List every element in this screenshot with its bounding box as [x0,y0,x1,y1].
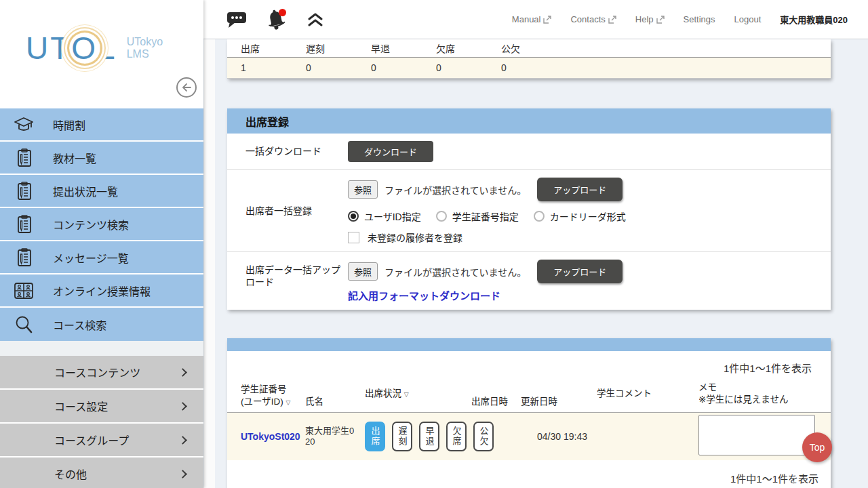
download-button[interactable]: ダウンロード [348,141,433,162]
student-id-link[interactable]: UTokyoSt020 [241,431,300,442]
sidebar-item-course-settings[interactable]: コース設定 [0,390,203,424]
sidebar-menu: 時間割 教材一覧 [0,108,203,341]
summary-col-early-leave: 早退 [371,41,436,55]
radio-label: ユーザID指定 [364,209,421,223]
settings-link-label: Settings [684,14,715,24]
logo-o-letter: O [71,30,98,66]
contacts-link[interactable]: Contacts [570,14,616,24]
radio-label: 学生証番号指定 [452,209,519,223]
sidebar-item-online-class-info[interactable]: オンライン授業情報 [0,274,203,308]
sidebar-item-others[interactable]: その他 [0,458,203,488]
attendance-data-upload-row: 出席データ一括アップロード 参照 ファイルが選択されていません。 アップロード … [227,252,831,310]
column-header-student-id[interactable]: 学生証番号 (ユーザID) ▽ [241,384,305,408]
browse-file-button[interactable]: 参照 [348,262,378,281]
bulk-download-row: 一括ダウンロード ダウンロード [227,134,831,170]
checkbox-icon[interactable] [348,232,359,243]
sidebar-item-label: オンライン授業情報 [53,283,151,299]
status-early-leave-button[interactable]: 早退 [419,422,439,451]
sidebar-item-messages[interactable]: メッセージ一覧 [0,241,203,274]
sidebar-item-submission-status[interactable]: 提出状況一覧 [0,175,203,208]
top-bar: Manual Contacts Help Settings [203,0,868,39]
column-header-attend-time: 出席日時 [471,396,521,408]
student-attendance-table: 1件中1〜1件を表示 学生証番号 (ユーザID) ▽ 氏名 出席状況 ▽ [227,338,831,488]
column-header-text: 学生証番号 [241,384,305,396]
manual-link[interactable]: Manual [512,14,552,24]
memo-textarea[interactable] [698,415,815,455]
summary-value-row: 1 0 0 0 0 [227,58,831,79]
attendance-data-upload-label: 出席データ一括アップロード [227,260,348,288]
upload-button[interactable]: アップロード [537,178,623,201]
column-header-student-comment: 学生コメント [597,388,698,400]
radio-unselected-icon [436,211,447,222]
radio-card-reader-format[interactable]: カードリーダ形式 [534,209,626,223]
column-header-update-time: 更新日時 [521,396,597,408]
settings-link[interactable]: Settings [684,14,715,24]
sidebar-item-label: コースコンテンツ [54,364,140,380]
sidebar-collapse-button[interactable] [176,77,197,98]
sidebar-divider [0,341,203,356]
collapse-header-button[interactable] [304,8,327,31]
sidebar-item-label: メッセージ一覧 [53,249,129,266]
format-download-link[interactable]: 記入用フォーマットダウンロード [348,288,500,302]
sort-icon[interactable]: ▽ [286,399,291,406]
utol-logo[interactable]: UTOL UTokyo LMS [26,33,163,64]
table-header-row: 学生証番号 (ユーザID) ▽ 氏名 出席状況 ▽ 出席日時 更 [227,380,831,412]
student-row: UTokyoSt020 東大用学生020 出席 遅刻 早退 欠席 公欠 [227,412,831,460]
help-link[interactable]: Help [635,14,665,24]
register-unregistered-option[interactable]: 未登録の履修者を登録 [348,230,831,244]
upload-button[interactable]: アップロード [537,260,623,283]
external-link-icon [656,16,665,24]
sidebar-item-course-contents[interactable]: コースコンテンツ [0,356,203,390]
scrollbar-track[interactable] [204,39,215,488]
messages-button[interactable] [225,8,248,31]
back-to-top-button[interactable]: Top [802,432,832,462]
sidebar-item-label: コースグループ [54,432,129,448]
clipboard-icon [12,146,35,169]
attendee-bulk-register-row: 出席者一括登録 参照 ファイルが選択されていません。 アップロード ユーザID指… [227,170,831,252]
status-late-button[interactable]: 遅刻 [392,422,412,451]
logout-link[interactable]: Logout [734,14,762,24]
chevron-right-icon [178,470,187,479]
summary-col-absent: 欠席 [436,41,501,55]
radio-user-id[interactable]: ユーザID指定 [348,209,421,223]
column-header-text: 出席日時 [471,396,508,407]
column-header-text: 氏名 [305,396,323,407]
status-absent-button[interactable]: 欠席 [446,422,467,451]
summary-value-late: 0 [306,62,371,73]
logo-subtitle-line1: UTokyo [127,36,163,48]
column-header-status[interactable]: 出席状況 ▽ [365,380,471,400]
status-excused-button[interactable]: 公欠 [473,422,494,451]
browse-file-button[interactable]: 参照 [348,180,378,199]
sidebar-item-label: その他 [54,466,87,482]
checkbox-label: 未登録の履修者を登録 [368,230,462,244]
radio-unselected-icon [534,211,545,222]
radio-selected-icon [348,211,359,222]
summary-value-excused: 0 [501,62,566,73]
main-content: 出席 遅刻 早退 欠席 公欠 1 0 0 0 0 出席登録 一括ダウンロード [227,39,831,488]
sidebar-item-label: コース検索 [53,317,106,333]
double-chevron-up-icon [307,12,324,28]
message-icon [226,10,247,29]
student-name: 東大用学生020 [305,426,365,448]
contacts-link-label: Contacts [570,14,605,24]
sidebar-item-materials[interactable]: 教材一覧 [0,142,203,175]
summary-col-late: 遅刻 [306,41,371,55]
logo-text: L [98,30,117,66]
chevron-right-icon [178,368,187,377]
status-present-button[interactable]: 出席 [365,422,385,451]
sidebar-item-course-search[interactable]: コース検索 [0,308,203,341]
sidebar-item-timetable[interactable]: 時間割 [0,108,203,142]
online-class-icon [12,279,35,302]
radio-student-card-number[interactable]: 学生証番号指定 [436,209,519,223]
sidebar-item-content-search[interactable]: コンテンツ検索 [0,208,203,241]
sort-icon[interactable]: ▽ [404,391,409,398]
sidebar-item-label: 提出状況一覧 [53,183,118,199]
notifications-button[interactable] [264,8,288,31]
column-header-text: 出席状況 [365,388,401,399]
summary-col-present: 出席 [241,41,306,55]
radio-label: カードリーダ形式 [550,209,626,223]
clipboard-icon [12,246,35,269]
sidebar-item-course-group[interactable]: コースグループ [0,424,203,458]
summary-value-absent: 0 [436,62,501,73]
file-status-text: ファイルが選択されていません。 [384,183,526,197]
